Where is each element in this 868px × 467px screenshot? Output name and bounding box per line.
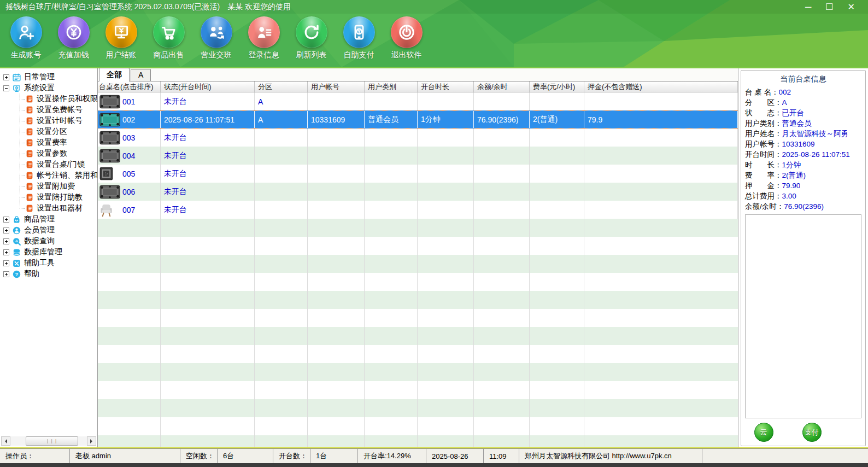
sidebar-item-set-params[interactable]: 设置参数 bbox=[3, 148, 97, 159]
cell-duration bbox=[418, 92, 474, 110]
expand-plus-icon[interactable] bbox=[3, 271, 9, 277]
info-field-user-name: 用户姓名：月太智源科技～阿勇 bbox=[745, 129, 861, 139]
sidebar-item-goods-management[interactable]: 商品管理 bbox=[3, 214, 97, 225]
pay-icon: 支付 bbox=[802, 423, 822, 442]
expand-plus-icon[interactable] bbox=[3, 227, 9, 234]
sidebar-item-set-rental-equipment[interactable]: 设置出租器材 bbox=[3, 203, 97, 214]
scrollbar-thumb[interactable] bbox=[26, 436, 78, 446]
current-table-info-panel: 当前台桌信息 台 桌 名：002 分 区：A 状 态：已开台 用户类别：普通会员… bbox=[738, 68, 868, 447]
sidebar-item-set-zones[interactable]: 设置分区 bbox=[3, 126, 97, 137]
cell-zone bbox=[255, 183, 308, 201]
sidebar-item-data-query[interactable]: 数据查询 bbox=[3, 236, 97, 247]
scroll-left-icon[interactable] bbox=[1, 436, 10, 446]
cell-user-type bbox=[365, 147, 418, 165]
expand-plus-icon[interactable] bbox=[3, 217, 9, 223]
sidebar-item-auxiliary-tools[interactable]: 辅助工具 bbox=[3, 258, 97, 268]
close-icon[interactable]: ✕ bbox=[848, 3, 855, 11]
tab-all[interactable]: 全部 bbox=[99, 68, 130, 81]
shift-change-button[interactable]: 营业交班 bbox=[192, 14, 240, 67]
column-header-user-type[interactable]: 用户类别 bbox=[365, 81, 418, 92]
refresh-list-button[interactable]: 刷新列表 bbox=[288, 14, 335, 67]
column-header-status[interactable]: 状态(开台时间) bbox=[161, 81, 255, 92]
doc-icon bbox=[25, 138, 34, 147]
recharge-button[interactable]: 充值加钱 bbox=[50, 14, 97, 67]
column-header-table-name[interactable]: 台桌名(点击排序) bbox=[98, 81, 161, 92]
expand-plus-icon[interactable] bbox=[3, 238, 9, 244]
cell-balance bbox=[474, 165, 530, 183]
cell-deposit bbox=[584, 129, 738, 147]
login-info-button[interactable]: 登录信息 bbox=[240, 14, 288, 67]
status-open-label: 开台数： bbox=[273, 449, 310, 463]
expand-plus-icon[interactable] bbox=[3, 260, 9, 266]
sidebar-item-set-free-accounts[interactable]: 设置免费帐号 bbox=[3, 104, 97, 115]
sidebar-item-set-tables-locks[interactable]: 设置台桌/门锁 bbox=[3, 159, 97, 170]
table-row-004[interactable]: 004 未开台 bbox=[98, 147, 738, 165]
cell-duration bbox=[418, 201, 474, 219]
column-header-account[interactable]: 用户帐号 bbox=[308, 81, 365, 92]
cell-deposit bbox=[584, 183, 738, 201]
cell-table-name: 001 bbox=[122, 97, 135, 106]
sidebar-item-set-operators[interactable]: 设置操作员和权限 bbox=[3, 94, 97, 104]
checkout-button[interactable]: 用户结账 bbox=[97, 14, 145, 67]
table-row-001[interactable]: 001 未开台 A bbox=[98, 92, 738, 110]
status-empty-cell bbox=[702, 449, 868, 463]
table-row-006[interactable]: 006 未开台 bbox=[98, 183, 738, 201]
column-header-duration[interactable]: 开台时长 bbox=[418, 81, 474, 92]
info-panel-frame: 当前台桌信息 台 桌 名：002 分 区：A 状 态：已开台 用户类别：普通会员… bbox=[741, 70, 866, 446]
cart-icon bbox=[153, 16, 185, 48]
sidebar-item-set-coach[interactable]: 设置陪打助教 bbox=[3, 192, 97, 203]
panel-buttons: 云 支付 bbox=[745, 418, 861, 445]
expand-plus-icon[interactable] bbox=[3, 74, 9, 80]
table-area: 全部 A 台桌名(点击排序) 状态(开台时间) 分区 用户帐号 用户类别 开台时… bbox=[98, 68, 738, 447]
content-area: 日常管理 系统设置 设置操作员和权限 设置免费帐号 设置计时帐号 设置分区 设置… bbox=[0, 67, 868, 448]
column-header-deposit[interactable]: 押金(不包含赠送) bbox=[584, 81, 738, 92]
create-account-button[interactable]: 生成账号 bbox=[2, 14, 50, 67]
table-row-002-selected[interactable]: 002 2025-08-26 11:07:51 A 10331609 普通会员 … bbox=[98, 110, 738, 129]
exit-button[interactable]: 退出软件 bbox=[383, 14, 430, 67]
status-operator-value: 老板 admin bbox=[70, 449, 180, 463]
sidebar-item-member-management[interactable]: 会员管理 bbox=[3, 225, 97, 236]
maximize-icon[interactable]: ☐ bbox=[825, 3, 833, 11]
top-header: 摇钱树台球厅/棋牌室/自习室管理系统 2025.02.03.0709(已激活) … bbox=[0, 0, 868, 67]
cell-deposit bbox=[584, 147, 738, 165]
pool-table-active-icon bbox=[99, 112, 121, 127]
main-toolbar: 生成账号 充值加钱 用户结账 商品出售 营业交班 登录信息 bbox=[0, 14, 868, 67]
pay-button[interactable]: 支付 bbox=[801, 422, 823, 443]
doc-icon bbox=[25, 95, 34, 103]
expand-plus-icon[interactable] bbox=[3, 249, 9, 255]
column-header-zone[interactable]: 分区 bbox=[255, 81, 308, 92]
sidebar-item-set-surcharge[interactable]: 设置附加费 bbox=[3, 181, 97, 192]
member-icon bbox=[12, 226, 21, 235]
doc-icon bbox=[25, 127, 34, 136]
tab-zone-a[interactable]: A bbox=[131, 69, 151, 81]
sidebar-item-account-cancel-disable[interactable]: 帐号注销、禁用和 bbox=[3, 170, 97, 181]
sidebar-item-help[interactable]: 帮助 bbox=[3, 268, 97, 279]
empty-row bbox=[98, 273, 738, 291]
self-pay-button[interactable]: 自助支付 bbox=[335, 14, 383, 67]
cell-balance: 76.90(2396) bbox=[474, 111, 530, 128]
minimize-icon[interactable]: ─ bbox=[805, 3, 811, 11]
scrollbar-track[interactable] bbox=[10, 436, 87, 446]
sidebar-item-database-management[interactable]: 数据库管理 bbox=[3, 247, 97, 258]
table-row-003[interactable]: 003 未开台 bbox=[98, 129, 738, 147]
query-icon bbox=[12, 237, 21, 246]
collapse-minus-icon[interactable] bbox=[3, 85, 9, 91]
sidebar-item-daily-management[interactable]: 日常管理 bbox=[3, 72, 97, 83]
sidebar-item-set-timing-accounts[interactable]: 设置计时帐号 bbox=[3, 115, 97, 126]
scroll-right-icon[interactable] bbox=[87, 436, 96, 446]
info-panel-title: 当前台桌信息 bbox=[745, 73, 861, 87]
cell-duration bbox=[418, 165, 474, 183]
sell-goods-button[interactable]: 商品出售 bbox=[145, 14, 192, 67]
cell-rate bbox=[530, 129, 584, 147]
cloud-button[interactable]: 云 bbox=[753, 422, 775, 443]
empty-row bbox=[98, 327, 738, 345]
column-header-balance[interactable]: 余额/余时 bbox=[474, 81, 530, 92]
column-header-rate[interactable]: 费率(元/小时) bbox=[530, 81, 584, 92]
table-row-007[interactable]: 007 未开台 bbox=[98, 201, 738, 219]
cell-user-type bbox=[365, 129, 418, 147]
sidebar-item-system-settings[interactable]: 系统设置 bbox=[3, 83, 97, 94]
sidebar-horizontal-scrollbar[interactable] bbox=[1, 436, 96, 446]
sidebar-item-set-rates[interactable]: 设置费率 bbox=[3, 137, 97, 148]
info-field-total-fee: 总计费用：3.00 bbox=[745, 191, 861, 201]
table-row-005[interactable]: 005 未开台 bbox=[98, 165, 738, 183]
